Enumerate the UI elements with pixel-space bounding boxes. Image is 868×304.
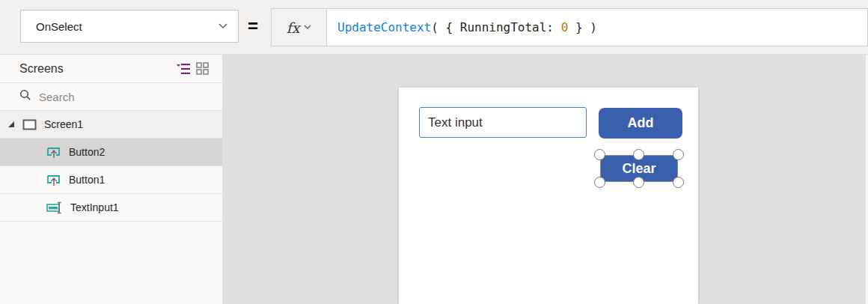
button-icon <box>46 173 62 187</box>
search-input[interactable] <box>39 91 189 103</box>
grid-icon <box>196 62 209 75</box>
tree-item-label: Button1 <box>69 174 105 186</box>
outline-list-icon <box>176 63 190 75</box>
resize-handle-top-center[interactable] <box>633 149 644 160</box>
tree-item-label: TextInput1 <box>70 201 119 213</box>
chevron-down-icon <box>218 23 227 29</box>
tree-item-button1[interactable]: Button1 <box>0 166 222 194</box>
tree-item-label: Button2 <box>69 146 105 158</box>
design-canvas[interactable]: Add Clear <box>223 55 868 304</box>
button-icon <box>46 145 62 159</box>
property-selector-dropdown[interactable]: OnSelect <box>20 10 239 43</box>
fx-icon: fx <box>287 19 300 36</box>
formula-bar: fx UpdateContext( { RunningTotal: 0 } ) <box>271 8 868 46</box>
screens-panel: Screens <box>0 55 223 304</box>
tree-item-screen1[interactable]: Screen1 <box>0 111 222 139</box>
search-box[interactable] <box>0 83 222 111</box>
resize-handle-top-left[interactable] <box>594 149 605 160</box>
chevron-down-icon <box>304 25 311 30</box>
resize-handle-bottom-center[interactable] <box>633 177 644 188</box>
outline-view-button[interactable] <box>173 59 192 79</box>
screens-panel-header: Screens <box>0 55 222 83</box>
expand-collapse-arrow[interactable] <box>7 121 22 128</box>
resize-handle-bottom-right[interactable] <box>673 177 684 188</box>
resize-handle-bottom-left[interactable] <box>594 177 605 188</box>
formula-number-token: 0 <box>561 20 569 34</box>
text-input-icon <box>46 201 64 215</box>
clear-button-selection: Clear <box>600 155 678 182</box>
search-icon <box>19 89 31 104</box>
tree-item-textinput1[interactable]: TextInput1 <box>0 194 222 222</box>
panel-title: Screens <box>19 62 173 76</box>
add-button[interactable]: Add <box>599 108 682 139</box>
formula-text-token: ( { RunningTotal: <box>431 20 560 34</box>
formula-function-token: UpdateContext <box>337 20 431 34</box>
fx-dropdown-button[interactable]: fx <box>272 9 327 46</box>
tree-item-label: Screen1 <box>44 118 83 130</box>
resize-handle-top-right[interactable] <box>673 149 684 160</box>
property-selector-value: OnSelect <box>36 20 218 33</box>
screen1-preview[interactable]: Add Clear <box>399 88 698 304</box>
formula-text-token: } ) <box>568 20 597 34</box>
equals-sign: = <box>244 7 262 45</box>
screen-icon <box>22 119 37 130</box>
thumbnail-view-button[interactable] <box>192 59 212 79</box>
formula-toolbar: OnSelect = fx UpdateContext( { RunningTo… <box>0 0 868 55</box>
tree-item-button2[interactable]: Button2 <box>0 139 222 166</box>
canvas-text-input[interactable] <box>419 107 587 138</box>
formula-input[interactable]: UpdateContext( { RunningTotal: 0 } ) <box>327 9 597 46</box>
